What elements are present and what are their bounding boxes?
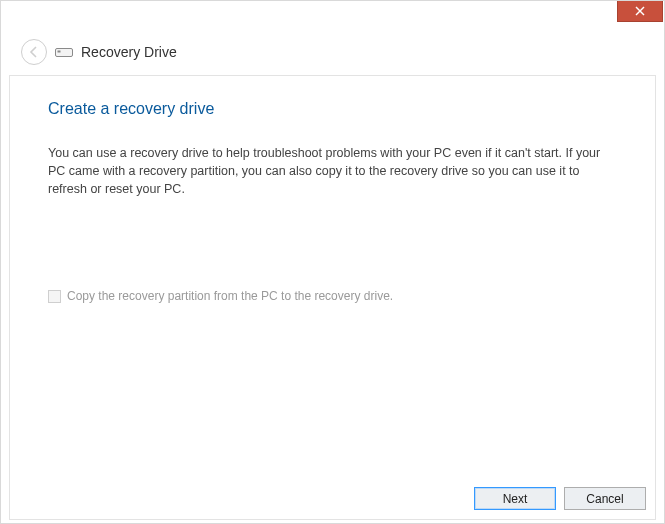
close-button[interactable] [617,1,663,22]
next-button[interactable]: Next [474,487,556,510]
titlebar [1,1,664,31]
svg-rect-3 [58,51,61,53]
cancel-button[interactable]: Cancel [564,487,646,510]
checkbox-box [48,290,61,303]
recovery-drive-wizard-window: Recovery Drive Create a recovery drive Y… [0,0,665,524]
wizard-button-row: Next Cancel [474,487,646,510]
page-heading: Create a recovery drive [48,100,617,118]
drive-icon [55,45,73,59]
wizard-page: Create a recovery drive You can use a re… [9,75,656,520]
page-body-text: You can use a recovery drive to help tro… [48,144,608,198]
close-icon [635,6,645,16]
window-title: Recovery Drive [81,44,177,60]
arrow-left-icon [27,45,41,59]
back-button[interactable] [21,39,47,65]
wizard-header: Recovery Drive [1,31,664,75]
checkbox-label: Copy the recovery partition from the PC … [67,289,393,303]
copy-partition-checkbox: Copy the recovery partition from the PC … [48,289,393,303]
